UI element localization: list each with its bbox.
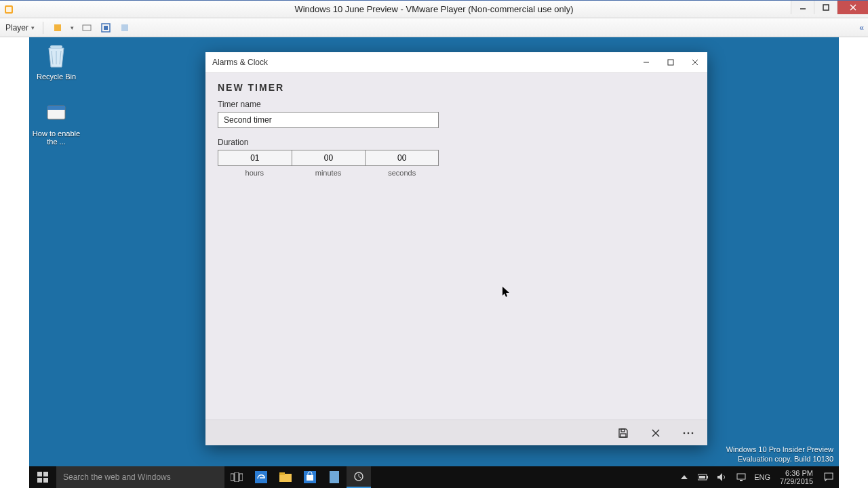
svg-rect-29 xyxy=(231,474,234,481)
minutes-caption: minutes xyxy=(292,169,366,177)
taskbar-pinned xyxy=(224,466,371,488)
svg-rect-37 xyxy=(330,471,339,483)
svg-rect-46 xyxy=(825,473,833,479)
desktop-icon-howto[interactable]: How to enable the ... xyxy=(32,100,81,146)
desktop-icon-recycle-bin[interactable]: Recycle Bin xyxy=(32,43,81,81)
search-placeholder: Search the web and Windows xyxy=(63,472,171,482)
cancel-button[interactable] xyxy=(649,426,663,440)
svg-rect-1 xyxy=(6,7,12,12)
svg-rect-7 xyxy=(83,25,91,30)
host-maximize-button[interactable] xyxy=(814,1,837,14)
taskbar-search[interactable]: Search the web and Windows xyxy=(56,466,224,488)
duration-picker: 01 hours 00 minutes 00 seconds xyxy=(218,150,439,177)
alarms-clock-window: Alarms & Clock NEW TIMER Timer name xyxy=(205,52,707,445)
svg-rect-10 xyxy=(121,24,128,31)
toolbar-separator xyxy=(43,22,43,34)
svg-rect-6 xyxy=(54,24,61,31)
vmware-host-window: Windows 10 June Preview - VMware Player … xyxy=(0,0,868,488)
seconds-input[interactable]: 00 xyxy=(365,150,439,166)
svg-rect-3 xyxy=(823,5,829,10)
power-icon[interactable] xyxy=(52,22,64,34)
taskbar-clock[interactable]: 6:36 PM 7/29/2015 xyxy=(777,469,816,485)
timer-name-input[interactable] xyxy=(218,112,439,128)
fullscreen-icon[interactable] xyxy=(100,22,112,34)
store-icon[interactable] xyxy=(298,466,322,488)
start-button[interactable] xyxy=(29,466,56,488)
vmware-icon xyxy=(0,1,18,18)
watermark-line2: Evaluation copy. Build 10130 xyxy=(726,454,833,464)
svg-rect-30 xyxy=(235,472,239,482)
battery-icon[interactable] xyxy=(697,474,709,481)
unity-icon[interactable] xyxy=(119,22,131,34)
svg-rect-27 xyxy=(37,478,42,483)
app-maximize-button[interactable] xyxy=(658,52,683,73)
file-explorer-icon[interactable] xyxy=(273,466,298,488)
app-close-button[interactable] xyxy=(683,52,707,73)
page-heading: NEW TIMER xyxy=(218,82,695,93)
svg-rect-43 xyxy=(699,476,705,479)
svg-rect-36 xyxy=(307,475,313,481)
app-minimize-button[interactable] xyxy=(634,52,658,73)
chevron-down-icon: ▾ xyxy=(31,24,35,31)
svg-rect-32 xyxy=(255,471,267,483)
document-icon xyxy=(43,100,70,127)
chevron-down-icon[interactable]: ▾ xyxy=(71,24,74,31)
guest-desktop[interactable]: Recycle Bin How to enable the ... Window… xyxy=(29,37,839,488)
svg-point-23 xyxy=(688,432,690,434)
seconds-caption: seconds xyxy=(365,169,439,177)
task-view-button[interactable] xyxy=(224,466,249,488)
host-titlebar: Windows 10 June Preview - VMware Player … xyxy=(0,1,868,18)
watermark-line1: Windows 10 Pro Insider Preview xyxy=(726,445,833,454)
svg-rect-44 xyxy=(737,474,745,479)
taskbar-app-icon[interactable] xyxy=(322,466,347,488)
taskbar-time: 6:36 PM xyxy=(780,469,813,477)
network-icon[interactable] xyxy=(735,473,747,481)
svg-rect-26 xyxy=(43,472,48,476)
player-menu[interactable]: Player ▾ xyxy=(5,23,35,33)
svg-rect-19 xyxy=(620,434,626,437)
desktop-icon-label: How to enable the ... xyxy=(32,129,81,146)
svg-point-24 xyxy=(692,432,694,434)
app-command-bar xyxy=(205,420,707,445)
svg-rect-31 xyxy=(239,474,243,481)
mouse-cursor xyxy=(502,287,509,296)
edge-icon[interactable] xyxy=(249,466,273,488)
timer-name-label: Timer name xyxy=(218,100,695,109)
desktop-icon-label: Recycle Bin xyxy=(32,73,81,81)
app-title: Alarms & Clock xyxy=(212,58,268,67)
svg-rect-9 xyxy=(104,26,108,30)
svg-rect-15 xyxy=(668,60,673,65)
svg-rect-28 xyxy=(43,478,48,483)
svg-line-40 xyxy=(359,476,361,478)
system-tray: ENG 6:36 PM 7/29/2015 xyxy=(674,466,839,488)
action-center-icon[interactable] xyxy=(823,472,835,482)
tray-overflow-button[interactable] xyxy=(678,475,690,479)
language-indicator[interactable]: ENG xyxy=(754,473,770,481)
player-menu-label: Player xyxy=(5,23,28,33)
svg-rect-34 xyxy=(279,472,285,475)
send-ctrl-alt-del-icon[interactable] xyxy=(81,22,93,34)
host-toolbar: Player ▾ ▾ xyxy=(0,18,868,37)
hours-input[interactable]: 01 xyxy=(218,150,292,166)
taskbar-date: 7/29/2015 xyxy=(780,477,813,485)
windows-watermark: Windows 10 Pro Insider Preview Evaluatio… xyxy=(726,445,833,464)
app-titlebar[interactable]: Alarms & Clock xyxy=(205,52,707,73)
app-window-buttons xyxy=(634,52,707,73)
more-button[interactable] xyxy=(682,426,695,440)
alarms-clock-taskbar-icon[interactable] xyxy=(347,466,371,488)
svg-rect-42 xyxy=(707,476,708,479)
host-window-buttons xyxy=(791,1,868,14)
host-close-button[interactable] xyxy=(837,1,868,14)
taskbar: Search the web and Windows xyxy=(29,466,839,488)
volume-icon[interactable] xyxy=(716,473,728,481)
host-minimize-button[interactable] xyxy=(791,1,814,14)
minutes-input[interactable]: 00 xyxy=(292,150,366,166)
save-button[interactable] xyxy=(616,426,630,440)
svg-rect-13 xyxy=(47,106,65,110)
svg-rect-11 xyxy=(50,45,62,48)
app-body: NEW TIMER Timer name Duration 01 hours 0… xyxy=(205,73,707,420)
duration-label: Duration xyxy=(218,138,695,147)
collapse-toolbar-button[interactable]: « xyxy=(859,20,864,36)
svg-rect-18 xyxy=(621,429,625,432)
host-window-title: Windows 10 June Preview - VMware Player … xyxy=(0,1,868,18)
